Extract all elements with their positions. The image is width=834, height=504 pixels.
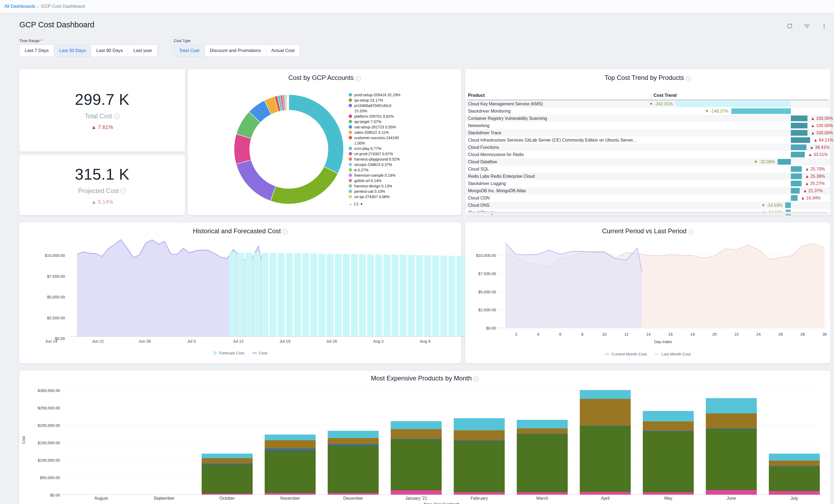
trend-bar bbox=[731, 108, 791, 114]
time-range-option-last-7-days[interactable]: Last 7 Days bbox=[20, 45, 54, 57]
x-axis-tick: Jul 26 bbox=[326, 339, 337, 344]
legend-page-down-icon[interactable]: ▼ bbox=[359, 202, 364, 206]
bar-segment bbox=[769, 461, 820, 466]
table-row: Stackdriver Logging▲ 25.27% bbox=[465, 180, 830, 187]
product-cell: MongoDB Inc. MongoDB Atlas bbox=[468, 187, 646, 194]
bar-segment bbox=[265, 448, 316, 451]
trend-value: ▼ -14.53% bbox=[761, 202, 783, 209]
x-axis-tick: 30 bbox=[822, 332, 827, 336]
x-axis-tick: 2 bbox=[515, 332, 517, 336]
breadcrumb-all-dashboards-link[interactable]: All Dashboards bbox=[4, 4, 35, 9]
product-cell: Cloud SQL bbox=[468, 166, 646, 173]
table-row: Cloud DNS▼ -14.53% bbox=[465, 202, 830, 209]
breadcrumb: All Dashboards › GCP Cost Dashboard bbox=[0, 0, 834, 13]
cost-type-option-discount-and-promotions[interactable]: Discount and Promotions bbox=[205, 45, 266, 57]
x-axis-tick: 6 bbox=[559, 332, 561, 336]
refresh-icon[interactable] bbox=[786, 23, 793, 29]
cost-trend-cell: ▲ 16.34% bbox=[650, 194, 829, 202]
cost-type-option-actual-cost[interactable]: Actual Cost bbox=[266, 45, 300, 57]
x-axis-tick: Jun 14 bbox=[45, 339, 57, 344]
trend-bar bbox=[791, 152, 805, 157]
table-row: Networking▲ 100.00% bbox=[465, 122, 830, 129]
historical-legend: Forecast CostCost bbox=[19, 351, 461, 355]
legend-item: harness-playground 0.52% bbox=[349, 157, 451, 162]
bar-segment bbox=[328, 446, 379, 493]
bar-segment bbox=[706, 429, 757, 429]
x-axis-month-label: September bbox=[154, 496, 175, 501]
y-axis-tick: $7,500.00 bbox=[30, 274, 65, 278]
bar-segment bbox=[391, 421, 442, 429]
legend-item: qa-target 7.57% bbox=[349, 119, 451, 124]
table-row: Container Registry Vulnerability Scannin… bbox=[465, 115, 830, 122]
y-axis-tick: $200,000.00 bbox=[24, 423, 60, 428]
trend-bar bbox=[791, 145, 806, 150]
trend-bar bbox=[791, 195, 797, 201]
bar-segment bbox=[706, 413, 757, 429]
table-row: Stackdriver Monitoring▼ -146.37% bbox=[465, 108, 830, 115]
info-icon[interactable]: i bbox=[283, 229, 288, 235]
cost-by-gcp-accounts-card: Cost by GCP Accountsi prod-setup-205416 … bbox=[188, 69, 461, 215]
x-axis-month-label: December bbox=[343, 496, 363, 501]
cost-trend-cell: ▲ 25.70% bbox=[650, 166, 829, 173]
legend-swatch-icon bbox=[253, 353, 257, 354]
info-icon[interactable]: i bbox=[120, 188, 126, 194]
info-icon[interactable]: i bbox=[356, 76, 361, 81]
x-axis-month-label: January '21 bbox=[405, 496, 427, 501]
info-icon[interactable]: i bbox=[114, 113, 119, 119]
info-icon[interactable]: i bbox=[686, 76, 691, 81]
trend-bar bbox=[791, 181, 802, 186]
legend-dot-icon bbox=[349, 125, 352, 129]
legend-dot-icon bbox=[349, 168, 352, 172]
donut-slice-qa-setup bbox=[270, 167, 338, 204]
product-cell: Networking bbox=[468, 122, 646, 129]
table-row: Stackdriver Trace▲ 100.00% bbox=[465, 129, 830, 136]
kpi-value: 315.1 K bbox=[75, 165, 129, 183]
bar-segment bbox=[706, 429, 757, 490]
trend-value: ▼ -146.37% bbox=[705, 108, 729, 115]
bar-segment bbox=[706, 490, 757, 495]
trend-card-title: Top Cost Trend by Productsi bbox=[465, 74, 830, 82]
filter-icon[interactable] bbox=[804, 23, 810, 29]
info-icon[interactable]: i bbox=[474, 377, 479, 382]
bar-segment bbox=[202, 465, 253, 494]
kebab-menu-icon[interactable] bbox=[820, 23, 828, 29]
bar-segment bbox=[706, 398, 757, 413]
trend-value: ▲ 16.34% bbox=[801, 194, 821, 202]
legend-swatch-icon bbox=[605, 354, 609, 355]
day-index-axis-label: Day Index bbox=[499, 339, 827, 344]
bar-segment bbox=[454, 418, 505, 430]
legend-dot-icon bbox=[349, 163, 352, 166]
period-comparison-chart bbox=[499, 235, 827, 329]
cost-trend-cell: ▲ 100.00% bbox=[650, 122, 829, 129]
product-cell: Cloud CDN bbox=[468, 194, 646, 202]
cost-type-option-total-cost[interactable]: Total Cost bbox=[174, 45, 205, 57]
time-range-option-last-90-days[interactable]: Last 90 Days bbox=[91, 45, 128, 57]
legend-dot-icon bbox=[349, 93, 352, 96]
x-axis-tick: Aug 9 bbox=[420, 339, 431, 344]
monthly-card-title: Most Expensive Products by Monthi bbox=[19, 374, 830, 382]
bar-segment bbox=[202, 463, 253, 465]
y-axis-tick: $7,500.00 bbox=[468, 271, 496, 276]
y-axis-tick: $5,000.00 bbox=[468, 289, 496, 294]
product-cell: Cloud DNS bbox=[468, 202, 646, 209]
legend-item: freemium-sample 0.19% bbox=[349, 173, 451, 178]
table-row: Cloud Dataflow▼ -32.06% bbox=[465, 158, 830, 166]
legend-item: sales-209522 3.11% bbox=[349, 130, 451, 135]
info-icon[interactable]: i bbox=[688, 229, 694, 235]
y-axis-tick: $0.00 bbox=[24, 493, 60, 497]
time-range-option-last-year[interactable]: Last year bbox=[128, 45, 157, 57]
bar-segment bbox=[643, 432, 694, 492]
horizontal-scrollbar[interactable] bbox=[467, 212, 828, 214]
legend-item: ccm-play 0.77% bbox=[349, 146, 451, 151]
legend-dot-icon bbox=[349, 120, 352, 123]
time-range-option-last-30-days[interactable]: Last 30 Days bbox=[54, 45, 91, 57]
x-axis-tick: 10 bbox=[602, 332, 607, 336]
x-axis-tick: 28 bbox=[800, 332, 805, 336]
legend-page-up-icon[interactable]: ▲ bbox=[349, 202, 353, 206]
bar-segment bbox=[517, 429, 568, 434]
trend-bar bbox=[785, 202, 791, 208]
x-axis-month-label: February bbox=[470, 496, 488, 501]
kpi-label: Total Costi bbox=[85, 113, 119, 120]
bar-segment bbox=[202, 458, 253, 464]
trend-bar bbox=[791, 130, 808, 136]
